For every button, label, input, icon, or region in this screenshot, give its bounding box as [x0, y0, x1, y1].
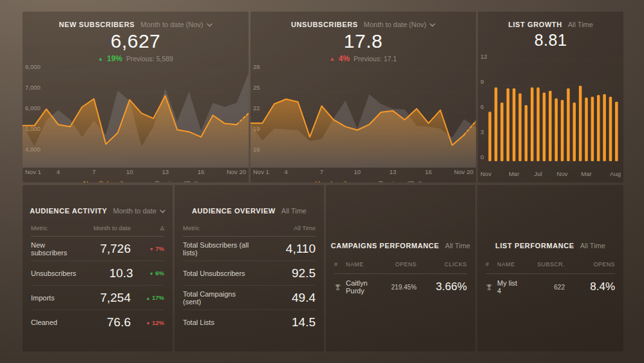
x-axis-tick: 7: [320, 168, 323, 175]
legend-item-previous-oct-[interactable]: Previous (Oct): [368, 180, 422, 182]
campaign-clicks: 3.66%: [417, 280, 467, 293]
date-range-selector[interactable]: Month to date: [113, 207, 166, 215]
list-growth-chart-svg: 129630: [478, 50, 623, 170]
audience-activity-table: Metric Month to date Δ New subscribers 7…: [23, 220, 173, 335]
kpi-value: 17.8: [251, 30, 476, 53]
x-axis-tick: 13: [162, 168, 169, 175]
date-range-label: All Time: [568, 21, 593, 28]
date-range-label: All Time: [580, 242, 605, 250]
svg-text:25: 25: [253, 84, 260, 91]
previous-value: Previous: 17.1: [354, 55, 397, 63]
chart-legend: Subscribers: [478, 179, 623, 182]
list-performance-table: # NAME SUBSCR. OPENS My list 4 622 8.4%: [477, 255, 623, 300]
panel-title: AUDIENCE OVERVIEW: [192, 207, 276, 215]
list-name: My list 4: [497, 279, 518, 295]
new-subscribers-chart: 8,0007,0006,0005,0004,000Nov 147101316No…: [23, 64, 249, 182]
x-axis-labels: Nov 147101316Nov 20: [23, 168, 249, 177]
panel-new-subscribers: NEW SUBSCRIBERS Month to date (Nov) 6,62…: [23, 12, 249, 182]
delta-arrow-icon: ▼: [146, 321, 150, 326]
panel-audience-overview: AUDIENCE OVERVIEW All Time Metric All Ti…: [175, 185, 324, 351]
svg-text:12: 12: [480, 53, 488, 60]
campaigns-performance-table: # NAME OPENS CLICKS Caitlyn Purdy 219.45…: [326, 255, 475, 300]
date-range-label: Month to date (Nov): [140, 21, 203, 28]
table-header-row: Metric Month to date Δ: [31, 220, 164, 237]
dashboard-grid: NEW SUBSCRIBERS Month to date (Nov) 6,62…: [23, 12, 623, 351]
panel-title: LIST GROWTH: [508, 21, 562, 28]
svg-text:0: 0: [480, 153, 484, 161]
legend-item-previous-oct-[interactable]: Previous (Oct): [145, 180, 198, 182]
svg-text:3: 3: [480, 128, 484, 135]
table-row: Unsubscribers 10.3 ▼ 6%: [31, 261, 164, 286]
legend-item-subscribers[interactable]: Subscribers: [530, 182, 571, 182]
svg-text:6,000: 6,000: [25, 104, 41, 112]
x-axis-tick: Jul: [535, 170, 542, 177]
unsubscribers-chart-svg: 2825221916: [251, 64, 476, 168]
panel-audience-activity: AUDIENCE ACTIVITY Month to date Metric M…: [23, 185, 173, 351]
x-axis-tick: Nov: [557, 170, 568, 177]
table-row: Total Unsubscribers 92.5: [183, 261, 316, 286]
previous-value: Previous: 5,589: [126, 55, 173, 63]
date-range-label: All Time: [445, 242, 470, 250]
chevron-down-icon: [207, 23, 213, 27]
x-axis-tick: Nov 1: [253, 168, 269, 175]
x-axis-labels: Nov 147101316Nov 20: [251, 168, 476, 177]
table-header-row: Metric All Time: [183, 220, 316, 237]
campaign-name: Caitlyn Purdy: [346, 279, 370, 295]
table-row: My list 4 622 8.4%: [486, 274, 615, 300]
panel-title: CAMPAIGNS PERFORMANCE: [331, 242, 439, 250]
delta-arrow-icon: ▲: [146, 296, 150, 300]
date-range-selector[interactable]: Month to date (Nov): [140, 21, 212, 28]
chevron-down-icon: [160, 210, 166, 213]
x-axis-tick: Mar: [509, 170, 519, 177]
panel-title: UNSUBSCRIBERS: [291, 21, 358, 28]
table-row: Total Lists 14.5: [183, 310, 316, 335]
x-axis-tick: 4: [57, 168, 60, 175]
x-axis-tick: 4: [285, 168, 288, 175]
list-subscribers: 622: [518, 284, 565, 291]
x-axis-tick: 10: [126, 168, 133, 175]
delta-percent: 19%: [107, 54, 122, 63]
chevron-down-icon: [430, 23, 435, 27]
x-axis-tick: Nov 20: [454, 168, 473, 175]
chart-legend: New SubscribersPrevious (Oct): [23, 177, 249, 182]
x-axis-tick: Mar: [581, 170, 591, 177]
panel-list-performance: LIST PERFORMANCE All Time # NAME SUBSCR.…: [477, 185, 623, 351]
dashboard-page: NEW SUBSCRIBERS Month to date (Nov) 6,62…: [0, 0, 644, 363]
legend-item-new-subscribers[interactable]: New Subscribers: [73, 180, 134, 182]
x-axis-tick: Nov: [480, 170, 491, 177]
table-header-row: # NAME OPENS CLICKS: [334, 255, 467, 274]
x-axis-tick: 13: [390, 168, 397, 175]
delta-arrow-icon: ▼: [149, 271, 154, 276]
table-row: Caitlyn Purdy 219.45% 3.66%: [334, 274, 467, 300]
panel-title: LIST PERFORMANCE: [495, 242, 574, 250]
date-range-label: All Time: [281, 207, 307, 215]
kpi-value: 8.81: [478, 30, 623, 50]
list-growth-chart: 129630NovMarJulNovMarAugSubscribers: [478, 50, 623, 182]
unsubscribers-chart: 2825221916Nov 147101316Nov 20Unsubscribe…: [251, 64, 476, 182]
date-range-selector[interactable]: Month to date (Nov): [364, 21, 435, 28]
svg-text:6: 6: [480, 103, 484, 110]
panel-title: NEW SUBSCRIBERS: [59, 21, 135, 28]
svg-text:22: 22: [253, 104, 260, 112]
table-row: Cleaned 76.6 ▼ 12%: [31, 310, 164, 335]
x-axis-tick: Nov 1: [25, 168, 41, 175]
legend-item-unsubscribers[interactable]: Unsubscribers: [305, 180, 358, 182]
table-row: New subscribers 7,726 ▼ 7%: [31, 237, 164, 261]
kpi-value: 6,627: [23, 30, 249, 53]
svg-text:7,000: 7,000: [25, 84, 41, 91]
svg-text:8,000: 8,000: [25, 64, 41, 70]
panel-list-growth: LIST GROWTH All Time 8.81 129630NovMarJu…: [478, 12, 623, 182]
date-range-label: Month to date: [113, 207, 156, 215]
table-row: Imports 7,254 ▲ 17%: [31, 286, 164, 310]
x-axis-tick: 10: [354, 168, 361, 175]
delta-arrow-icon: ▲: [330, 56, 335, 62]
delta-arrow-icon: ▼: [149, 247, 154, 251]
table-row: Total Subscribers (all lists) 4,110: [183, 237, 316, 261]
panel-unsubscribers: UNSUBSCRIBERS Month to date (Nov) 17.8 ▲…: [251, 12, 476, 182]
list-opens: 8.4%: [565, 280, 615, 293]
delta-percent: 4%: [339, 54, 350, 63]
svg-text:28: 28: [253, 64, 260, 70]
panel-title: AUDIENCE ACTIVITY: [30, 207, 107, 215]
audience-overview-table: Metric All Time Total Subscribers (all l…: [175, 220, 324, 335]
trophy-icon: [334, 284, 341, 291]
